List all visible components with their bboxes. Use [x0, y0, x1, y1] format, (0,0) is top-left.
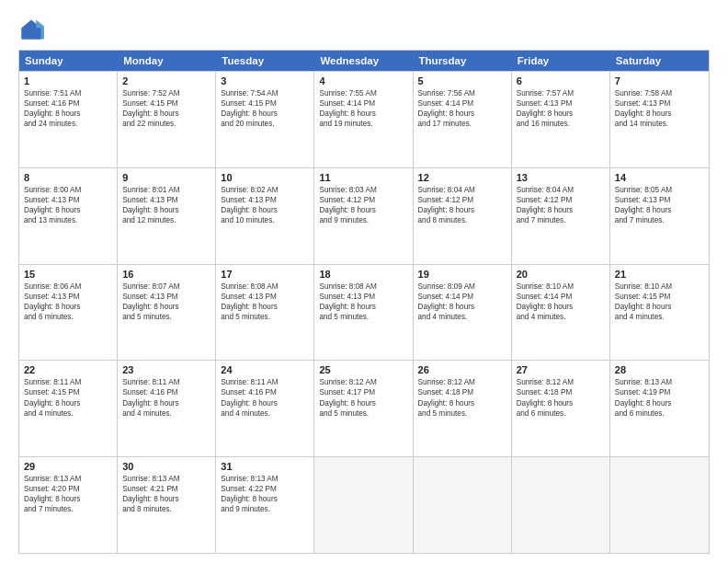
- cell-line: Sunrise: 8:00 AM: [24, 185, 112, 195]
- cell-line: and 4 minutes.: [24, 408, 112, 419]
- cell-line: and 4 minutes.: [418, 312, 506, 322]
- cell-line: and 5 minutes.: [418, 408, 506, 419]
- cell-line: Sunset: 4:13 PM: [24, 292, 112, 302]
- cell-line: Daylight: 8 hours: [615, 398, 704, 408]
- cell-line: Sunset: 4:18 PM: [517, 387, 605, 397]
- calendar-cell: 20Sunrise: 8:10 AMSunset: 4:14 PMDayligh…: [512, 265, 610, 361]
- cell-line: Sunrise: 8:08 AM: [221, 282, 309, 292]
- calendar-cell: 7Sunrise: 7:58 AMSunset: 4:13 PMDaylight…: [610, 72, 709, 167]
- cell-line: Sunset: 4:14 PM: [418, 98, 506, 109]
- logo-icon: [18, 17, 44, 42]
- day-number: 2: [122, 75, 210, 86]
- day-number: 30: [122, 461, 210, 472]
- cell-line: Daylight: 8 hours: [615, 302, 704, 312]
- cell-line: Daylight: 8 hours: [221, 109, 309, 119]
- cell-line: and 22 minutes.: [122, 119, 210, 129]
- cell-line: Sunset: 4:14 PM: [418, 292, 506, 302]
- calendar-cell: 1Sunrise: 7:51 AMSunset: 4:16 PMDaylight…: [19, 72, 118, 167]
- cell-line: and 4 minutes.: [221, 408, 309, 419]
- cell-line: and 5 minutes.: [319, 312, 407, 322]
- calendar-cell: 5Sunrise: 7:56 AMSunset: 4:14 PMDaylight…: [414, 72, 512, 167]
- cell-line: Sunset: 4:15 PM: [24, 387, 112, 397]
- cell-line: Daylight: 8 hours: [122, 109, 210, 119]
- calendar-cell: 3Sunrise: 7:54 AMSunset: 4:15 PMDaylight…: [216, 72, 314, 167]
- day-number: 12: [418, 172, 506, 183]
- cell-line: Sunset: 4:12 PM: [517, 195, 605, 205]
- cell-line: Sunset: 4:14 PM: [517, 292, 605, 302]
- cell-line: Daylight: 8 hours: [517, 205, 605, 215]
- calendar: SundayMondayTuesdayWednesdayThursdayFrid…: [18, 50, 710, 554]
- calendar-cell: 24Sunrise: 8:11 AMSunset: 4:16 PMDayligh…: [216, 361, 314, 456]
- cell-line: Sunset: 4:13 PM: [122, 195, 210, 205]
- cell-line: and 4 minutes.: [517, 312, 605, 322]
- calendar-cell: 18Sunrise: 8:08 AMSunset: 4:13 PMDayligh…: [314, 265, 413, 361]
- calendar-cell: 30Sunrise: 8:13 AMSunset: 4:21 PMDayligh…: [118, 457, 216, 553]
- day-number: 25: [319, 364, 407, 375]
- calendar-cell: 28Sunrise: 8:13 AMSunset: 4:19 PMDayligh…: [610, 361, 709, 456]
- cell-line: Daylight: 8 hours: [615, 109, 704, 119]
- day-number: 16: [122, 269, 210, 280]
- calendar-cell: 16Sunrise: 8:07 AMSunset: 4:13 PMDayligh…: [118, 265, 216, 361]
- weekday-header: Friday: [512, 51, 610, 71]
- cell-line: Daylight: 8 hours: [319, 398, 407, 408]
- cell-line: Sunset: 4:12 PM: [319, 195, 407, 205]
- calendar-cell: 14Sunrise: 8:05 AMSunset: 4:13 PMDayligh…: [610, 168, 709, 264]
- weekday-header: Saturday: [610, 51, 709, 71]
- cell-line: and 16 minutes.: [517, 119, 605, 129]
- day-number: 26: [418, 364, 506, 375]
- calendar-row: 1Sunrise: 7:51 AMSunset: 4:16 PMDaylight…: [19, 71, 709, 167]
- calendar-cell: [512, 457, 610, 553]
- cell-line: Sunrise: 8:12 AM: [319, 377, 407, 387]
- day-number: 1: [24, 75, 112, 86]
- day-number: 7: [615, 75, 704, 86]
- calendar-cell: 22Sunrise: 8:11 AMSunset: 4:15 PMDayligh…: [19, 361, 118, 456]
- calendar-cell: 31Sunrise: 8:13 AMSunset: 4:22 PMDayligh…: [216, 457, 314, 553]
- cell-line: and 24 minutes.: [24, 119, 112, 129]
- cell-line: and 7 minutes.: [615, 215, 704, 225]
- day-number: 17: [221, 269, 309, 280]
- cell-line: and 12 minutes.: [122, 215, 210, 225]
- cell-line: Sunrise: 8:11 AM: [122, 377, 210, 387]
- cell-line: Sunrise: 7:51 AM: [24, 88, 112, 98]
- day-number: 13: [517, 172, 605, 183]
- cell-line: Sunset: 4:16 PM: [221, 387, 309, 397]
- cell-line: Sunrise: 8:13 AM: [122, 474, 210, 484]
- calendar-cell: 12Sunrise: 8:04 AMSunset: 4:12 PMDayligh…: [414, 168, 512, 264]
- cell-line: and 10 minutes.: [221, 215, 309, 225]
- day-number: 9: [122, 172, 210, 183]
- day-number: 31: [221, 461, 309, 472]
- cell-line: and 14 minutes.: [615, 119, 704, 129]
- cell-line: Sunset: 4:13 PM: [221, 195, 309, 205]
- cell-line: Sunrise: 8:13 AM: [221, 474, 309, 484]
- cell-line: Sunset: 4:16 PM: [122, 387, 210, 397]
- day-number: 8: [24, 172, 112, 183]
- cell-line: Sunset: 4:13 PM: [615, 195, 704, 205]
- cell-line: Sunset: 4:15 PM: [122, 98, 210, 109]
- cell-line: Sunset: 4:20 PM: [24, 484, 112, 494]
- cell-line: Daylight: 8 hours: [122, 205, 210, 215]
- cell-line: and 6 minutes.: [24, 312, 112, 322]
- cell-line: Sunset: 4:13 PM: [24, 195, 112, 205]
- cell-line: Sunrise: 8:12 AM: [517, 377, 605, 387]
- day-number: 15: [24, 269, 112, 280]
- cell-line: Daylight: 8 hours: [122, 302, 210, 312]
- weekday-header: Monday: [118, 51, 216, 71]
- logo: [18, 17, 48, 42]
- cell-line: Sunset: 4:16 PM: [24, 98, 112, 109]
- cell-line: Sunrise: 8:02 AM: [221, 185, 309, 195]
- cell-line: Sunrise: 8:01 AM: [122, 185, 210, 195]
- cell-line: Sunrise: 8:11 AM: [24, 377, 112, 387]
- cell-line: Sunrise: 7:58 AM: [615, 88, 704, 98]
- calendar-row: 29Sunrise: 8:13 AMSunset: 4:20 PMDayligh…: [19, 456, 709, 553]
- cell-line: Daylight: 8 hours: [319, 302, 407, 312]
- cell-line: Sunset: 4:18 PM: [418, 387, 506, 397]
- header: [18, 17, 710, 42]
- calendar-cell: 11Sunrise: 8:03 AMSunset: 4:12 PMDayligh…: [314, 168, 413, 264]
- cell-line: Daylight: 8 hours: [418, 302, 506, 312]
- calendar-cell: [314, 457, 413, 553]
- cell-line: Sunrise: 8:06 AM: [24, 282, 112, 292]
- cell-line: Sunset: 4:22 PM: [221, 484, 309, 494]
- weekday-header: Sunday: [19, 51, 118, 71]
- calendar-cell: 10Sunrise: 8:02 AMSunset: 4:13 PMDayligh…: [216, 168, 314, 264]
- calendar-cell: 4Sunrise: 7:55 AMSunset: 4:14 PMDaylight…: [314, 72, 413, 167]
